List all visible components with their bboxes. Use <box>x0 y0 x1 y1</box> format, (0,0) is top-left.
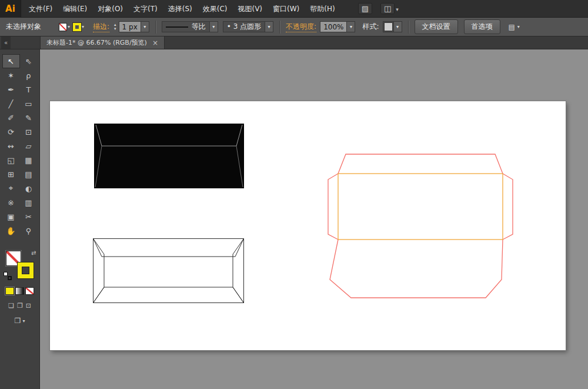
artboard-tool[interactable]: ▣ <box>2 210 20 224</box>
stroke-panel-link[interactable]: 描边: <box>93 22 109 32</box>
none-button[interactable] <box>25 287 34 295</box>
brush-definition-select[interactable]: • 3 点圆形 ▾ <box>223 21 273 32</box>
selection-tool[interactable]: ↖ <box>2 54 20 68</box>
variable-width-profile-select[interactable]: 等比 ▾ <box>162 21 218 32</box>
mesh-tool-icon: ⊞ <box>8 170 14 179</box>
black-envelope-artwork[interactable] <box>94 124 244 188</box>
document-tab[interactable]: 未标题-1* @ 66.67% (RGB/预览) × <box>40 36 165 49</box>
eyedropper-tool-icon: ⌖ <box>9 184 13 193</box>
symbol-sprayer-tool[interactable]: ※ <box>2 195 20 210</box>
swap-fill-stroke-icon[interactable]: ⇄ <box>31 250 36 256</box>
gradient-tool[interactable]: ▤ <box>20 167 38 181</box>
type-tool[interactable]: T <box>20 82 38 97</box>
paintbrush-tool[interactable]: ✐ <box>2 111 20 125</box>
close-icon[interactable]: × <box>152 39 158 47</box>
mesh-tool[interactable]: ⊞ <box>2 167 20 181</box>
chevron-down-icon[interactable]: ▾ <box>68 24 70 29</box>
stroke-weight-dropdown[interactable]: ▾ <box>141 22 149 32</box>
document-tab-title: 未标题-1* @ 66.67% (RGB/预览) <box>46 38 147 47</box>
chevron-down-icon: ▾ <box>265 22 273 32</box>
blend-tool-icon: ◐ <box>25 184 32 193</box>
line-segment-tool[interactable]: ╱ <box>2 97 20 111</box>
toolbar-collapse-button[interactable]: « <box>1 36 11 49</box>
column-graph-tool[interactable]: ▥ <box>20 195 38 210</box>
scale-tool-icon: ⊡ <box>25 128 32 137</box>
app-logo: Ai <box>0 0 21 18</box>
canvas[interactable] <box>40 49 588 389</box>
stroke-weight-stepper[interactable]: ▴ ▾ <box>113 23 118 31</box>
control-panel-menu-button[interactable]: ▤ ▾ <box>509 23 523 31</box>
zoom-tool[interactable]: ⚲ <box>20 224 38 238</box>
menu-item-window[interactable]: 窗口(W) <box>268 0 305 18</box>
selection-tool-icon: ↖ <box>8 57 14 66</box>
draw-behind-button[interactable]: ❐ <box>17 302 23 310</box>
zoom-tool-icon: ⚲ <box>26 227 32 235</box>
magic-wand-tool-icon: ✶ <box>8 71 14 80</box>
opacity-dropdown[interactable]: ▾ <box>346 22 355 32</box>
menu-item-edit[interactable]: 编辑(E) <box>58 0 92 18</box>
tools-panel: ↖⇖✶ρ✒T╱▭✐✎⟳⊡↭▱◱▦⊞▤⌖◐※▥▣✂✋⚲ ⇄ ❏❐⊡ ❐ ▾ <box>0 49 40 389</box>
rotate-tool[interactable]: ⟳ <box>2 125 20 139</box>
chevron-down-icon: ▾ <box>22 318 25 324</box>
menu-item-help[interactable]: 帮助(H) <box>305 0 340 18</box>
menu-item-select[interactable]: 选择(S) <box>163 0 198 18</box>
stepper-down-icon[interactable]: ▾ <box>113 27 118 31</box>
perspective-grid-tool[interactable]: ▦ <box>20 153 38 167</box>
opacity-panel-link[interactable]: 不透明度: <box>286 22 316 32</box>
wireframe-envelope-artwork[interactable] <box>93 238 244 303</box>
pencil-tool[interactable]: ✎ <box>20 111 38 125</box>
slice-tool[interactable]: ✂ <box>20 210 38 224</box>
arrange-documents-button[interactable]: ◫▾ <box>380 4 399 13</box>
style-swatch-preview <box>384 22 393 31</box>
tools-grid: ↖⇖✶ρ✒T╱▭✐✎⟳⊡↭▱◱▦⊞▤⌖◐※▥▣✂✋⚲ <box>2 54 38 238</box>
fill-stroke-indicator: ⇄ <box>4 250 36 281</box>
menu-item-view[interactable]: 视图(V) <box>232 0 268 18</box>
envelope-dieline-artwork[interactable] <box>325 147 513 300</box>
free-transform-tool[interactable]: ▱ <box>20 139 38 153</box>
menu-item-object[interactable]: 对象(O) <box>92 0 128 18</box>
preferences-button[interactable]: 首选项 <box>464 19 500 34</box>
screen-mode-button[interactable]: ❐ ▾ <box>0 317 39 325</box>
lasso-tool[interactable]: ρ <box>20 68 38 82</box>
gradient-button[interactable] <box>15 287 24 295</box>
color-button[interactable] <box>5 287 14 295</box>
width-tool-icon: ↭ <box>8 142 14 151</box>
stroke-weight-field: 1 px ▾ <box>119 21 149 32</box>
bridge-icon[interactable]: ▨ <box>358 3 372 14</box>
column-graph-tool-icon: ▥ <box>25 198 32 207</box>
default-fill-stroke-icon[interactable] <box>4 272 12 280</box>
style-swatch-select[interactable]: ▾ <box>383 21 402 32</box>
shape-builder-tool[interactable]: ◱ <box>2 153 20 167</box>
magic-wand-tool[interactable]: ✶ <box>2 68 20 82</box>
pen-tool[interactable]: ✒ <box>2 82 20 97</box>
direct-selection-tool[interactable]: ⇖ <box>20 54 38 68</box>
blend-tool[interactable]: ◐ <box>20 181 38 195</box>
stroke-swatch[interactable] <box>18 262 34 278</box>
fill-color-swatch[interactable] <box>59 23 67 31</box>
direct-selection-tool-icon: ⇖ <box>25 57 32 66</box>
chevron-down-icon: ▾ <box>209 22 218 32</box>
eyedropper-tool[interactable]: ⌖ <box>2 181 20 195</box>
hand-tool-icon: ✋ <box>6 227 15 235</box>
width-profile-label: 等比 <box>192 22 206 32</box>
artboard[interactable] <box>50 101 566 350</box>
chevron-down-icon[interactable]: ▾ <box>82 24 84 29</box>
menu-item-type[interactable]: 文字(T) <box>128 0 163 18</box>
draw-inside-button[interactable]: ⊡ <box>26 302 31 310</box>
panel-menu-icon: ▤ <box>509 23 515 31</box>
menu-item-effect[interactable]: 效果(C) <box>198 0 233 18</box>
dieline-shapes <box>328 154 513 298</box>
perspective-grid-tool-icon: ▦ <box>25 156 32 165</box>
stroke-weight-value[interactable]: 1 px <box>119 22 141 32</box>
opacity-value[interactable]: 100% <box>320 22 346 32</box>
hand-tool[interactable]: ✋ <box>2 224 20 238</box>
document-setup-button[interactable]: 文档设置 <box>415 19 458 34</box>
opacity-field: 100% ▾ <box>320 21 355 32</box>
scale-tool[interactable]: ⊡ <box>20 125 38 139</box>
arrange-documents-icon: ◫ <box>380 3 395 14</box>
draw-normal-button[interactable]: ❏ <box>8 302 14 310</box>
rectangle-tool[interactable]: ▭ <box>20 97 38 111</box>
width-tool[interactable]: ↭ <box>2 139 20 153</box>
stroke-color-swatch[interactable] <box>73 23 81 31</box>
menu-item-file[interactable]: 文件(F) <box>24 0 58 18</box>
